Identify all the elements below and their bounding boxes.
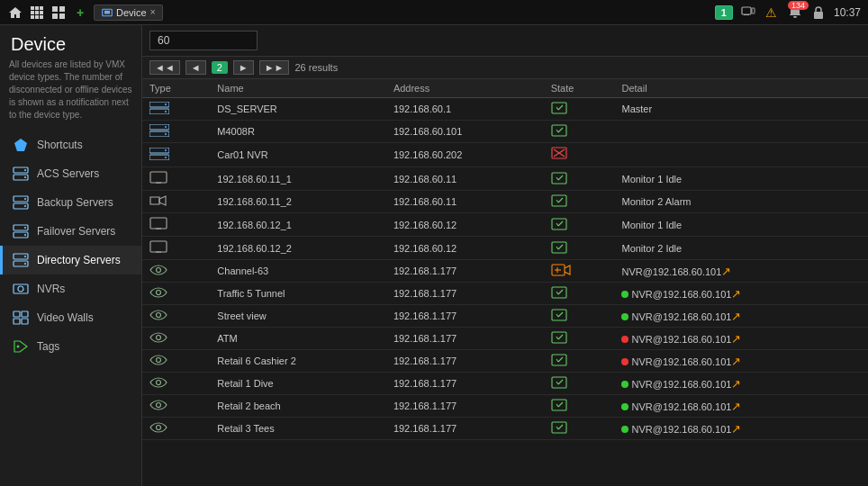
topbar: + Device × 1 ⚠ 134 xyxy=(0,0,868,25)
svg-rect-62 xyxy=(150,172,167,183)
state-cell xyxy=(544,260,615,283)
table-row[interactable]: Car01 NVR 192.168.60.202 xyxy=(142,143,868,167)
home-icon[interactable] xyxy=(7,4,23,21)
sidebar-label-directory: Directory Servers xyxy=(37,254,121,266)
svg-line-107 xyxy=(558,402,563,407)
svg-rect-17 xyxy=(752,8,755,14)
external-link-icon[interactable]: ↗ xyxy=(731,332,741,346)
type-cell xyxy=(142,305,210,328)
svg-line-99 xyxy=(558,357,563,362)
close-tab-button[interactable]: × xyxy=(150,7,156,17)
sidebar-item-shortcuts[interactable]: Shortcuts xyxy=(0,130,141,159)
svg-point-92 xyxy=(157,336,161,340)
table-row[interactable]: DS_SERVER 192.168.60.1 Master xyxy=(142,98,868,121)
external-link-icon[interactable]: ↗ xyxy=(731,287,741,301)
table-row[interactable]: Retail 1 Dive 192.168.1.177 NVR@192.168.… xyxy=(142,373,868,395)
detail-cell: Monitor 2 Alarm xyxy=(614,191,868,213)
table-toolbar: ◄◄ ◄ 2 ► ►► 26 results xyxy=(142,57,868,79)
svg-point-52 xyxy=(165,126,167,128)
svg-point-108 xyxy=(157,426,161,430)
table-row[interactable]: 192.168.60.11_1 192.168.60.11 Monitor 1 … xyxy=(142,167,868,191)
table-row[interactable]: M4008R 192.168.60.101 xyxy=(142,121,868,143)
svg-rect-3 xyxy=(31,11,34,14)
table-row[interactable]: Retail 6 Cashier 2 192.168.1.177 NVR@192… xyxy=(142,350,868,373)
sidebar-item-acs-servers[interactable]: ACS Servers xyxy=(0,159,141,188)
svg-line-56 xyxy=(558,128,563,132)
sidebar-item-directory-servers[interactable]: Directory Servers xyxy=(0,246,141,274)
first-page-button[interactable]: ◄◄ xyxy=(149,60,180,75)
monitor-icon-1[interactable] xyxy=(740,4,756,21)
external-link-icon[interactable]: ↗ xyxy=(731,310,741,323)
sidebar-label-nvrs: NVRs xyxy=(37,283,65,295)
results-count: 26 results xyxy=(294,62,338,73)
external-link-icon[interactable]: ↗ xyxy=(731,377,741,391)
acs-icon xyxy=(12,165,30,183)
table-row[interactable]: Street view 192.168.1.177 NVR@192.168.60… xyxy=(142,305,868,328)
svg-rect-85 xyxy=(552,287,566,298)
notification-icon[interactable]: 134 xyxy=(787,4,803,21)
lock-icon[interactable] xyxy=(810,4,827,21)
table-row[interactable]: Channel-63 192.168.1.177 NVR@192.168.60.… xyxy=(142,260,868,283)
svg-point-45 xyxy=(165,104,167,105)
search-input[interactable] xyxy=(149,31,258,50)
svg-rect-0 xyxy=(31,6,34,10)
topbar-left: + Device × xyxy=(7,4,163,21)
svg-rect-38 xyxy=(14,311,20,317)
svg-rect-54 xyxy=(552,125,566,136)
table-row[interactable]: 192.168.60.11_2 192.168.60.11 Monitor 2 … xyxy=(142,191,868,213)
svg-point-80 xyxy=(157,268,161,273)
panel-title: Device xyxy=(0,25,141,58)
table-row[interactable]: 192.168.60.12_1 192.168.60.12 Monitor 1 … xyxy=(142,213,868,237)
table-row[interactable]: ATM 192.168.1.177 NVR@192.168.60.101↗ xyxy=(142,328,868,350)
sidebar-item-video-walls[interactable]: Video Walls xyxy=(0,303,141,332)
table-row[interactable]: Traffic 5 Tunnel 192.168.1.177 NVR@192.1… xyxy=(142,283,868,305)
svg-rect-2 xyxy=(40,6,43,10)
sidebar-item-failover-servers[interactable]: Failover Servers xyxy=(0,217,141,246)
external-link-icon[interactable]: ↗ xyxy=(721,265,731,278)
notif-count-badge: 134 xyxy=(788,1,809,10)
svg-rect-9 xyxy=(52,6,58,12)
svg-point-35 xyxy=(24,263,26,265)
name-cell: Retail 2 beach xyxy=(210,395,386,418)
svg-rect-1 xyxy=(35,6,39,10)
svg-rect-7 xyxy=(35,15,39,19)
status-dot xyxy=(621,313,628,320)
type-cell xyxy=(142,283,210,305)
table-row[interactable]: Retail 3 Tees 192.168.1.177 NVR@192.168.… xyxy=(142,418,868,440)
device-tab-icon xyxy=(102,7,113,18)
device-tab[interactable]: Device × xyxy=(94,4,163,21)
svg-point-22 xyxy=(24,169,26,171)
type-cell xyxy=(142,418,210,440)
next-page-button[interactable]: ► xyxy=(233,60,254,75)
state-cell xyxy=(544,213,615,237)
detail-cell: Monitor 2 Idle xyxy=(614,237,868,260)
add-tab-icon[interactable]: + xyxy=(72,4,88,21)
svg-point-27 xyxy=(24,205,26,207)
table-row[interactable]: 192.168.60.12_2 192.168.60.12 Monitor 2 … xyxy=(142,237,868,260)
svg-point-46 xyxy=(165,111,167,112)
sidebar-item-nvrs[interactable]: NVRs xyxy=(0,274,141,303)
svg-rect-41 xyxy=(22,319,28,324)
server-notif-icon[interactable]: ⚠ xyxy=(764,4,780,21)
nvr-icon xyxy=(12,280,30,298)
sidebar-item-backup-servers[interactable]: Backup Servers xyxy=(0,188,141,217)
type-cell xyxy=(142,143,210,167)
svg-line-95 xyxy=(558,335,563,339)
table-row[interactable]: Retail 2 beach 192.168.1.177 NVR@192.168… xyxy=(142,395,868,418)
external-link-icon[interactable]: ↗ xyxy=(731,400,741,413)
prev-page-button[interactable]: ◄ xyxy=(185,60,206,75)
svg-rect-75 xyxy=(150,241,167,252)
type-cell xyxy=(142,167,210,191)
last-page-button[interactable]: ►► xyxy=(259,60,290,75)
address-cell: 192.168.1.177 xyxy=(386,395,544,418)
detail-cell: NVR@192.168.60.101↗ xyxy=(614,328,868,350)
layout-icon[interactable] xyxy=(50,4,67,21)
detail-cell: NVR@192.168.60.101↗ xyxy=(614,418,868,440)
external-link-icon[interactable]: ↗ xyxy=(731,422,741,436)
external-link-icon[interactable]: ↗ xyxy=(731,355,741,368)
sidebar-item-tags[interactable]: Tags xyxy=(0,332,141,361)
svg-rect-89 xyxy=(552,310,566,320)
apps-icon[interactable] xyxy=(29,4,45,21)
table-header-row: Type Name Address State Detail xyxy=(142,79,868,98)
svg-point-60 xyxy=(165,157,167,158)
